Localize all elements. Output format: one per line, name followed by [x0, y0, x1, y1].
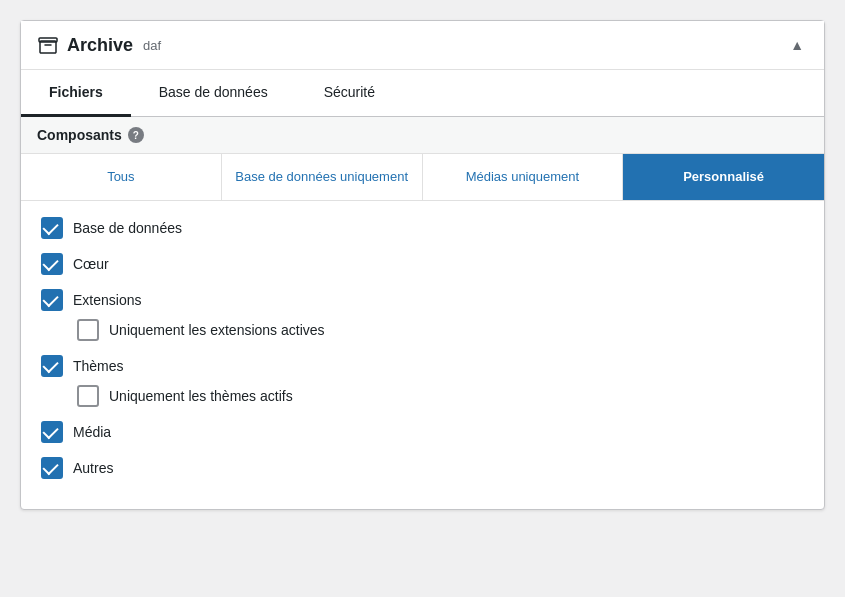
collapse-button[interactable]: ▲: [786, 33, 808, 57]
composants-title: Composants: [37, 127, 122, 143]
checkbox-themes[interactable]: [41, 355, 63, 377]
list-item: Uniquement les extensions actives: [77, 319, 804, 341]
checkbox-extensions-actives[interactable]: [77, 319, 99, 341]
checklist: Base de données Cœur Extensions Uniqueme…: [21, 201, 824, 509]
checkbox-coeur[interactable]: [41, 253, 63, 275]
checkbox-extensions[interactable]: [41, 289, 63, 311]
label-extensions: Extensions: [73, 292, 141, 308]
filter-tous[interactable]: Tous: [21, 154, 222, 200]
label-media: Média: [73, 424, 111, 440]
label-autres: Autres: [73, 460, 113, 476]
app-title: Archive: [67, 35, 133, 56]
list-item: Uniquement les thèmes actifs: [77, 385, 804, 407]
list-item: Autres: [41, 457, 804, 479]
checkbox-base-donnees[interactable]: [41, 217, 63, 239]
label-extensions-actives: Uniquement les extensions actives: [109, 322, 325, 338]
composants-help-icon[interactable]: ?: [128, 127, 144, 143]
composants-section-header: Composants ?: [21, 117, 824, 154]
checkbox-themes-actifs[interactable]: [77, 385, 99, 407]
tab-base-donnees[interactable]: Base de données: [131, 70, 296, 117]
window-header: Archive daf ▲: [21, 21, 824, 70]
list-item: Cœur: [41, 253, 804, 275]
app-subtitle: daf: [143, 38, 161, 53]
list-item: Base de données: [41, 217, 804, 239]
checkbox-autres[interactable]: [41, 457, 63, 479]
tab-fichiers[interactable]: Fichiers: [21, 70, 131, 117]
checkbox-media[interactable]: [41, 421, 63, 443]
window-title: Archive daf: [37, 34, 161, 56]
list-item: Média: [41, 421, 804, 443]
filter-base-donnees-uniquement[interactable]: Base de données uniquement: [222, 154, 423, 200]
archive-icon: [37, 34, 59, 56]
label-coeur: Cœur: [73, 256, 109, 272]
svg-rect-0: [40, 41, 56, 53]
list-item: Thèmes: [41, 355, 804, 377]
label-themes-actifs: Uniquement les thèmes actifs: [109, 388, 293, 404]
label-themes: Thèmes: [73, 358, 124, 374]
archive-window: Archive daf ▲ Fichiers Base de données S…: [20, 20, 825, 510]
label-base-donnees: Base de données: [73, 220, 182, 236]
tab-securite[interactable]: Sécurité: [296, 70, 403, 117]
tabs-row: Fichiers Base de données Sécurité: [21, 70, 824, 117]
svg-rect-1: [39, 38, 57, 42]
list-item: Extensions: [41, 289, 804, 311]
filter-medias-uniquement[interactable]: Médias uniquement: [423, 154, 624, 200]
filter-personnalise[interactable]: Personnalisé: [623, 154, 824, 200]
filter-row: Tous Base de données uniquement Médias u…: [21, 154, 824, 201]
